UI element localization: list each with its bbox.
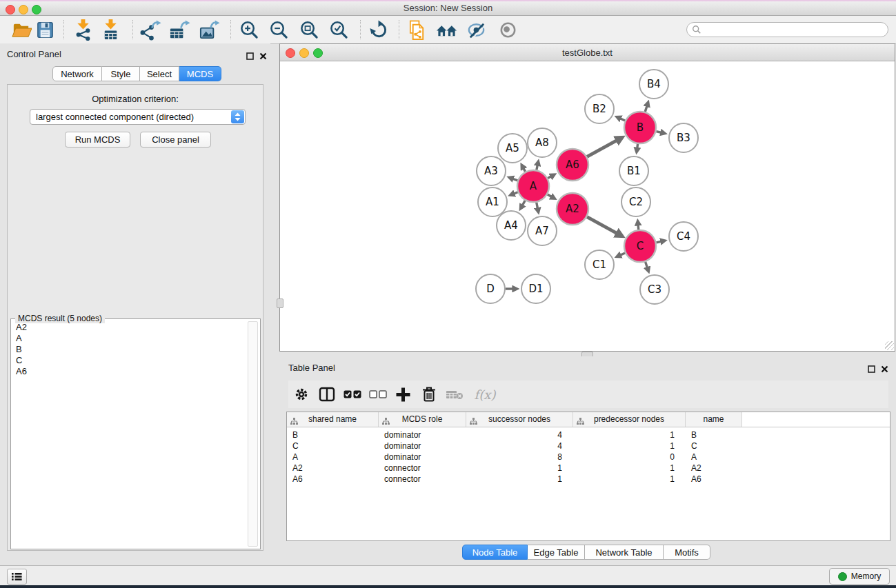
cell-mcds-role[interactable]: connector [379,474,466,485]
graph-node-A4[interactable]: A4 [497,211,526,240]
result-item[interactable]: A [12,333,246,344]
graph-edge[interactable] [524,168,526,171]
zoom-out-button[interactable] [266,18,291,41]
export-table-button[interactable] [167,18,192,41]
task-history-button[interactable] [7,569,27,585]
graph-node-A[interactable]: A [517,170,549,202]
graph-edge[interactable] [513,192,517,194]
graph-edge[interactable] [537,165,538,170]
graph-node-B4[interactable]: B4 [639,70,668,99]
graph-edge[interactable] [637,144,638,149]
graph-edge[interactable] [512,179,518,181]
graph-node-A3[interactable]: A3 [477,156,506,185]
column-layout-button[interactable] [314,383,339,406]
minimize-network-button[interactable] [299,48,309,58]
graph-edge[interactable] [619,118,625,121]
mcds-result-list[interactable]: A2 A B C A6 [12,322,246,547]
zoom-network-button[interactable] [313,48,323,58]
tab-mcds[interactable]: MCDS [179,66,221,81]
graph-node-B2[interactable]: B2 [585,94,614,123]
float-table-panel-button[interactable] [868,363,877,372]
cell-predecessor-nodes[interactable]: 1 [573,440,686,452]
open-session-button[interactable] [8,18,33,41]
network-from-file-button[interactable] [404,18,429,41]
tab-style[interactable]: Style [102,66,140,81]
function-builder-button[interactable]: f(x) [467,383,500,406]
export-network-button[interactable] [138,18,163,41]
cell-successor-nodes[interactable]: 4 [466,429,573,440]
cell-name[interactable]: C [686,440,742,452]
column-header-name[interactable]: name [686,412,742,427]
cell-predecessor-nodes[interactable]: 1 [573,463,686,474]
result-item[interactable]: A2 [12,322,246,333]
graph-node-A6[interactable]: A6 [557,149,588,181]
cell-mcds-role[interactable]: dominator [379,440,466,452]
table-row[interactable]: A dominator 8 0 A [287,452,890,463]
tab-network[interactable]: Network [52,66,102,81]
cell-shared-name[interactable]: B [287,429,379,440]
tab-edge-table[interactable]: Edge Table [528,545,585,560]
select-all-button[interactable] [339,383,365,406]
network-canvas[interactable]: B4B2B3A8A5A3B1A1C2A4A7C4C1C3DD1BA6AA2C [280,62,895,351]
table-row[interactable]: B dominator 4 1 B [287,429,890,440]
graph-node-C4[interactable]: C4 [669,222,698,251]
graph-node-A8[interactable]: A8 [528,128,557,157]
graph-node-B3[interactable]: B3 [669,123,698,152]
search-field[interactable] [686,22,888,37]
graph-edge[interactable] [548,194,552,197]
cell-name[interactable]: B [686,429,742,440]
cell-predecessor-nodes[interactable]: 1 [573,429,686,440]
graph-node-B[interactable]: B [624,112,656,143]
graph-edge[interactable] [645,105,647,112]
close-network-button[interactable] [286,48,295,58]
tab-select[interactable]: Select [140,66,179,81]
graph-edge[interactable] [638,224,639,230]
zoom-in-button[interactable] [237,18,261,41]
cell-successor-nodes[interactable]: 4 [466,440,573,452]
graph-node-A2[interactable]: A2 [557,193,588,225]
home-view-button[interactable] [434,18,459,41]
close-panel-button[interactable]: Close panel [140,132,211,148]
cell-mcds-role[interactable]: dominator [379,452,466,463]
graph-edge[interactable] [522,201,525,206]
refresh-view-button[interactable] [366,18,391,41]
network-graph[interactable]: B4B2B3A8A5A3B1A1C2A4A7C4C1C3DD1BA6AA2C [280,62,895,351]
add-column-button[interactable] [390,383,416,406]
criterion-dropdown[interactable]: largest connected component (directed) [30,109,246,125]
cell-shared-name[interactable]: A2 [287,463,379,474]
memory-button[interactable]: Memory [829,568,890,585]
graph-edge[interactable] [619,253,625,256]
graph-node-D[interactable]: D [476,274,505,303]
graph-node-A7[interactable]: A7 [528,216,557,245]
graph-node-C3[interactable]: C3 [640,275,669,304]
window-resize-grip[interactable] [885,341,894,350]
tab-motifs[interactable]: Motifs [664,545,710,560]
result-item[interactable]: C [12,355,246,366]
zoom-fit-button[interactable] [297,18,321,41]
tab-node-table[interactable]: Node Table [462,545,528,560]
result-item[interactable]: B [12,344,246,355]
graph-edge[interactable] [656,132,661,133]
close-window-button[interactable] [6,5,15,14]
column-header-successor-nodes[interactable]: successor nodes [466,412,573,427]
table-row[interactable]: A2 connector 1 1 A2 [287,463,890,474]
graph-edge[interactable] [537,203,538,210]
column-header-predecessor-nodes[interactable]: predecessor nodes [573,412,686,427]
zoom-window-button[interactable] [32,5,41,14]
graph-edge[interactable] [646,262,648,268]
cell-predecessor-nodes[interactable]: 1 [573,474,686,485]
graph-edge[interactable] [587,217,618,234]
zoom-selected-button[interactable] [326,18,351,41]
import-network-button[interactable] [70,18,95,41]
column-header-shared-name[interactable]: shared name [287,412,379,427]
cell-mcds-role[interactable]: dominator [379,429,466,440]
graph-node-B1[interactable]: B1 [619,156,648,185]
tab-network-table[interactable]: Network Table [585,545,664,560]
cell-successor-nodes[interactable]: 8 [466,452,573,463]
graph-node-A1[interactable]: A1 [478,187,507,216]
table-row[interactable]: C dominator 4 1 C [287,440,890,452]
cell-predecessor-nodes[interactable]: 0 [573,452,686,463]
cell-shared-name[interactable]: C [287,440,379,452]
network-window-titlebar[interactable]: testGlobe.txt [280,44,895,61]
graph-edge[interactable] [656,241,661,243]
